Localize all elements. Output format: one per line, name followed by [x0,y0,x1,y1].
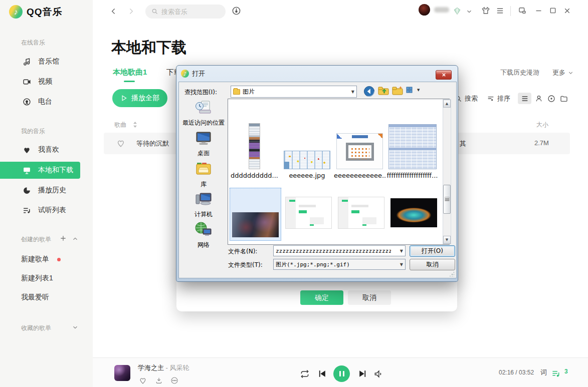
place-computer[interactable]: 计算机 [180,192,227,219]
sidebar-item-label: 音乐馆 [38,57,59,66]
file-item[interactable] [335,188,387,238]
sort-arrows-icon[interactable] [133,122,137,128]
qq-music-logo-icon: ♪ [9,5,23,19]
file-item[interactable] [282,188,335,238]
tab-local-songs[interactable]: 本地歌曲1 [113,68,147,77]
mini-player-button[interactable] [518,6,527,15]
file-type-combobox[interactable]: 图片(*.jpg;*.png;*.gif) ▼ [273,259,406,270]
place-desktop[interactable]: 桌面 [180,131,227,158]
sidebar-item-audition-list[interactable]: 试听列表 [0,202,80,219]
file-item[interactable] [387,188,440,238]
search-icon [151,8,158,15]
heart-icon [23,146,31,154]
file-item[interactable]: eeeeee.jpg [281,103,333,179]
back-button[interactable] [109,7,118,16]
account-menu-button[interactable] [466,8,473,15]
now-playing-artist[interactable]: 风采轮 [170,364,189,371]
place-recent[interactable]: 最近访问的位置 [180,100,227,127]
new-folder-button[interactable] [392,86,404,96]
nav-back-button[interactable] [363,86,375,97]
place-network[interactable]: 网络 [180,221,227,249]
file-item-selected[interactable] [230,188,281,241]
maximize-button[interactable] [549,7,557,15]
album-art[interactable] [114,365,130,381]
file-item[interactable]: dddddddddd... [228,103,281,179]
minimize-button[interactable] [534,7,543,15]
up-one-level-button[interactable] [378,86,389,96]
column-header-size: 大小 [536,121,548,129]
vip-button[interactable] [453,7,462,16]
close-button[interactable] [563,7,571,15]
dialog-close-button[interactable] [436,70,452,80]
file-thumbnail [232,212,279,237]
place-libraries[interactable]: 库 [180,161,227,189]
download-history-link[interactable]: 下载历史漫游 [500,68,539,77]
main-menu-button[interactable] [496,7,504,15]
places-bar: 最近访问的位置 桌面 库 计算机 网络 [180,99,227,249]
file-name-combobox[interactable]: zzzzzzzzzzzzzzzzzzzzzzzzzzzzzzzzzzzzzz ▼ [273,245,406,256]
loop-mode-button[interactable] [300,369,310,379]
tshirt-icon [481,6,490,15]
dialog-cancel-button[interactable]: 取消 [410,259,455,270]
column-header-song[interactable]: 歌曲 [114,121,126,129]
player-download-button[interactable] [155,376,163,384]
resize-grip[interactable] [449,271,454,276]
sidebar-item-video[interactable]: 视频 [0,73,80,90]
sort-button[interactable]: 排序 [487,94,510,103]
scroll-down-button[interactable]: ▼ [443,236,451,244]
artist-view-toggle[interactable] [532,93,545,104]
expand-collected-playlists-button[interactable] [72,324,79,331]
next-track-button[interactable] [358,369,367,378]
sidebar-item-play-history[interactable]: 播放历史 [0,182,80,199]
play-all-button[interactable]: 播放全部 [112,89,167,107]
sidebar-item-label: 电台 [38,97,52,106]
search-input[interactable] [161,8,217,16]
sidebar-group-my-music: 我的音乐 [21,128,45,135]
sidebar-item-music-hall[interactable]: 音乐馆 [0,53,80,70]
music-recognition-button[interactable] [232,6,241,16]
like-heart-icon[interactable] [116,139,125,148]
view-menu-button[interactable]: ▼ [406,86,420,95]
now-playing-title[interactable]: 学海之主 - 风采轮 [138,363,189,372]
scroll-up-button[interactable]: ▲ [443,100,451,108]
previous-track-button[interactable] [317,369,327,378]
sidebar-item-radio[interactable]: 电台 [0,93,80,110]
dialog-titlebar[interactable]: ♪ 打开 [176,66,458,82]
file-list[interactable]: dddddddddd... eeeeee.jpg eeeeeeeeeeee...… [228,99,450,245]
player-bar: 学海之主 - 风采轮 02:16 / 03:52 词 3 [93,357,588,387]
open-button[interactable]: 打开(O) [410,245,455,257]
look-in-combobox[interactable]: 图片 ▼ [231,86,357,98]
scrollbar-thumb[interactable] [443,185,451,214]
lyrics-toggle[interactable]: 词 [540,368,547,377]
sidebar-item-my-likes[interactable]: 我喜欢 [0,141,80,158]
player-like-button[interactable] [139,376,147,384]
sidebar-item-new-list-1[interactable]: 新建列表1 [0,270,80,287]
more-link[interactable]: 更多 [552,68,574,77]
view-menu-icon [406,86,416,95]
sidebar-item-my-favorites[interactable]: 我最爱听 [0,289,80,306]
forward-button[interactable] [127,7,135,16]
album-view-toggle[interactable] [544,93,558,104]
sidebar-item-new-playlist[interactable]: 新建歌单 [0,251,80,268]
playlist-button[interactable] [551,369,561,378]
add-playlist-button[interactable] [59,234,67,242]
collapse-created-playlists-button[interactable] [72,235,79,242]
file-list-scrollbar[interactable]: ▲ ▼ [443,99,451,244]
file-item[interactable]: eeeeeeeeeeee... [333,103,386,179]
file-item[interactable]: ffffffffffffffffffff... [386,103,439,179]
folder-view-toggle[interactable] [557,93,570,104]
search-box[interactable] [145,5,226,19]
look-in-label: 查找范围(I): [184,88,217,97]
confirm-cancel-button[interactable]: 取消 [348,290,391,305]
file-thumbnail [285,197,332,229]
sidebar-item-label: 新建列表1 [21,274,53,283]
theme-button[interactable] [481,6,490,15]
confirm-ok-button[interactable]: 确定 [300,290,343,305]
sidebar-item-local-and-download[interactable]: 本地和下载 [0,162,80,179]
player-more-button[interactable] [170,376,178,384]
pause-button[interactable] [333,365,350,382]
volume-button[interactable] [373,369,383,379]
play-queue-icon [551,369,561,378]
user-avatar[interactable] [419,4,430,16]
list-view-toggle[interactable] [518,93,531,104]
